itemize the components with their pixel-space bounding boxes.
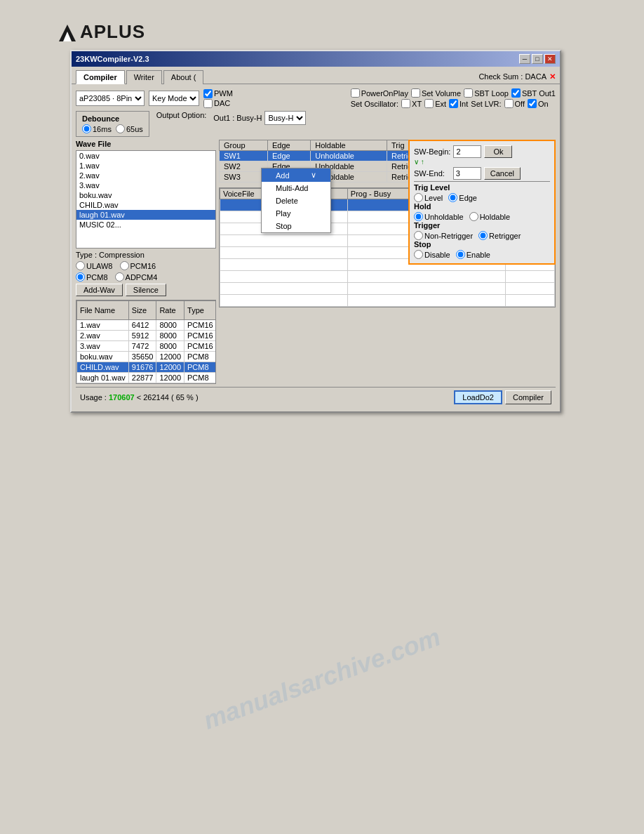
voice-row-9[interactable] [220, 295, 555, 307]
sw-end-input[interactable] [453, 167, 481, 180]
oscillator-row: Set Oscillator: XT Ext Int Set LVR: Off … [351, 99, 556, 108]
mode-select[interactable]: Key Mode [149, 91, 199, 106]
usage-percent-val: ( 65 % ) [171, 393, 199, 402]
dac-checkbox[interactable] [203, 99, 213, 108]
unholdable-label: Unholdable [424, 213, 464, 221]
debounce-16ms[interactable] [82, 124, 91, 133]
file-table-container: File Name Size Rate Type Use % 1.wav6412… [76, 300, 216, 384]
app-logo: APLUS [80, 21, 145, 43]
wave-item-music02[interactable]: MUSIC 02... [76, 220, 215, 230]
pwm-label: PWM [214, 89, 233, 98]
trigger-section: Trigger Non-Retrigger Retrigger [414, 221, 550, 240]
pcm16-radio[interactable] [120, 261, 129, 270]
adpcm4-radio[interactable] [115, 272, 124, 282]
pcm8-radio[interactable] [76, 272, 85, 282]
disable-radio[interactable] [414, 250, 423, 259]
holdable-label: Holdable [480, 213, 510, 221]
on-checkbox[interactable] [528, 99, 537, 108]
edge-header: Edge [268, 140, 311, 151]
wave-item-3wav[interactable]: 3.wav [76, 180, 215, 190]
wave-item-1wav[interactable]: 1.wav [76, 161, 215, 171]
table-row[interactable]: 2.wav59128000PCM162 [77, 331, 217, 341]
wave-file-list[interactable]: 0.wav 1.wav 2.wav 3.wav boku.wav CHILD.w… [76, 150, 216, 249]
context-menu-delete[interactable]: Delete [262, 194, 330, 207]
bottom-bar: Usage : 170607 < 262144 ( 65 % ) LoadDo2… [76, 387, 556, 407]
maximize-button[interactable]: □ [532, 54, 543, 64]
table-row[interactable]: laugh 01.wav2287712000PCM89 [77, 373, 217, 383]
int-label: Int [459, 100, 468, 108]
silence-button[interactable]: Silence [126, 284, 166, 296]
sw-end-label: SW-End: [414, 169, 445, 178]
off-label: Off [515, 100, 525, 108]
sbt-out1-checkbox[interactable] [511, 88, 521, 98]
stop-options: Disable Enable [414, 250, 550, 259]
ok-button[interactable]: Ok [484, 145, 512, 158]
ext-checkbox[interactable] [424, 99, 434, 108]
voice-row-7[interactable] [220, 271, 555, 283]
context-menu-add[interactable]: Add ∨ [262, 168, 330, 182]
voice-row-8[interactable] [220, 283, 555, 295]
wave-item-2wav[interactable]: 2.wav [76, 171, 215, 180]
output-option-controls: Out1 : Busy-H Busy-H [213, 111, 306, 125]
table-row[interactable]: boku.wav3565012000PCM814 [77, 352, 217, 362]
unholdable-radio[interactable] [414, 212, 423, 221]
compression-options-2: PCM8 ADPCM4 [76, 272, 216, 282]
wave-item-0wav[interactable]: 0.wav [76, 151, 215, 161]
multiadd-label: Multi-Add [276, 184, 308, 192]
sbt-loop-checkbox[interactable] [464, 88, 473, 98]
xt-checkbox[interactable] [401, 99, 410, 108]
busy-h-select[interactable]: Busy-H [264, 111, 306, 125]
wave-item-childwav[interactable]: CHILD.wav [76, 200, 215, 210]
tab-compiler[interactable]: Compiler [76, 70, 125, 84]
level-radio[interactable] [414, 193, 423, 202]
int-checkbox[interactable] [449, 99, 458, 108]
tab-bar: Compiler Writer About ( Check Sum : DACA… [72, 67, 560, 84]
non-retrigger-radio[interactable] [414, 231, 423, 240]
table-row-child[interactable]: CHILD.wav9167612000PCM835 [77, 362, 217, 373]
chip-model-select[interactable]: aP23085 · 8Pin [76, 91, 145, 106]
context-menu-play[interactable]: Play [262, 207, 330, 220]
set-volume-checkbox[interactable] [411, 88, 420, 98]
lvr-label: Set LVR: [471, 100, 501, 108]
wave-item-bokuwav[interactable]: boku.wav [76, 190, 215, 200]
cancel-button[interactable]: Cancel [484, 167, 521, 180]
table-row[interactable]: 1.wav64128000PCM162 [77, 320, 217, 331]
power-on-play-checkbox[interactable] [351, 88, 360, 98]
level-label: Level [424, 194, 443, 202]
middle-section: Wave File 0.wav 1.wav 2.wav 3.wav boku.w… [76, 140, 556, 384]
checksum-close[interactable]: ✕ [549, 72, 556, 81]
context-menu-multiadd[interactable]: Multi-Add [262, 182, 330, 194]
right-settings: PowerOnPlay Set Volume SBT Loop SBT [351, 88, 556, 108]
out1-label: Out1 : Busy-H [213, 114, 262, 122]
tab-about[interactable]: About ( [163, 70, 203, 84]
main-content: aP23085 · 8Pin Key Mode PWM DAC [72, 84, 560, 411]
compiler-button[interactable]: Compiler [505, 390, 551, 404]
edge-radio[interactable] [448, 193, 457, 202]
off-checkbox[interactable] [504, 99, 514, 108]
minimize-button[interactable]: ─ [519, 54, 530, 64]
loaddo2-button[interactable]: LoadDo2 [454, 390, 502, 404]
sbt-loop-label: SBT Loop [474, 89, 509, 98]
add-label: Add [276, 171, 290, 180]
main-window: 23KWCompiler-V2.3 ─ □ ✕ Compiler Writer … [70, 50, 561, 413]
enable-radio[interactable] [456, 250, 465, 259]
table-row[interactable]: 3.wav74728000PCM162 [77, 341, 217, 352]
retrigger-radio[interactable] [478, 231, 488, 240]
trigger-label: Trigger [414, 221, 550, 230]
tab-writer[interactable]: Writer [126, 70, 162, 84]
power-options: PowerOnPlay Set Volume SBT Loop SBT [351, 88, 556, 98]
wave-item-laugh01wav[interactable]: laugh 01.wav [76, 210, 215, 220]
pwm-checkbox[interactable] [203, 89, 213, 98]
debounce-65us[interactable] [116, 124, 125, 133]
context-menu-stop[interactable]: Stop [262, 220, 330, 232]
sw-begin-input[interactable] [453, 145, 481, 158]
close-button[interactable]: ✕ [544, 54, 556, 64]
pwm-dac-group: PWM DAC [203, 89, 233, 108]
non-retrigger-label: Non-Retrigger [424, 232, 473, 240]
add-wav-button[interactable]: Add-Wav [76, 284, 123, 296]
group-header: Group [220, 140, 268, 151]
holdable-radio[interactable] [469, 212, 478, 221]
ulaw8-radio[interactable] [76, 261, 85, 270]
sbt-out1-label: SBT Out1 [522, 89, 556, 98]
sw-begin-label: SW-Begin: [414, 147, 450, 156]
